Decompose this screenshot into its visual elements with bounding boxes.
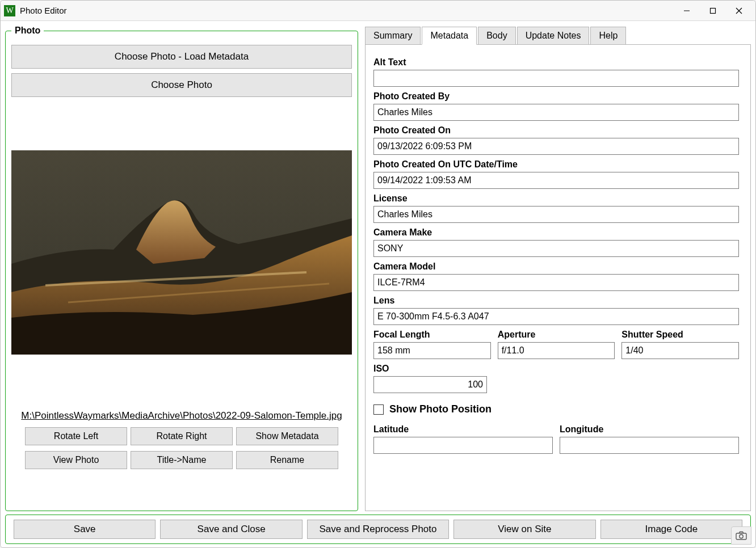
save-close-button[interactable]: Save and Close xyxy=(160,520,302,539)
show-position-label: Show Photo Position xyxy=(389,403,492,415)
screenshot-icon[interactable] xyxy=(731,526,751,545)
save-reprocess-button[interactable]: Save and Reprocess Photo xyxy=(307,520,449,539)
title-name-button[interactable]: Title->Name xyxy=(131,451,233,469)
choose-photo-button[interactable]: Choose Photo xyxy=(11,73,352,97)
file-path-link[interactable]: M:\PointlessWaymarks\MediaArchive\Photos… xyxy=(11,410,352,421)
tab-content: Alt Text Photo Created By Photo Created … xyxy=(365,44,751,511)
focal-length-label: Focal Length xyxy=(373,330,491,340)
longitude-input[interactable] xyxy=(560,437,739,454)
bottom-bar: Save Save and Close Save and Reprocess P… xyxy=(5,515,751,544)
app-icon: W xyxy=(4,5,15,16)
client-area: Photo Choose Photo - Load Metadata Choos… xyxy=(1,21,755,547)
camera-icon xyxy=(736,531,747,540)
longitude-label: Longitude xyxy=(560,424,739,435)
lat-lon-row: Latitude Longitude xyxy=(373,420,739,454)
close-button[interactable] xyxy=(726,2,752,19)
show-metadata-button[interactable]: Show Metadata xyxy=(236,427,338,445)
maximize-button[interactable] xyxy=(700,2,726,19)
shutter-speed-input[interactable] xyxy=(621,342,739,359)
created-on-label: Photo Created On xyxy=(373,125,739,136)
aperture-input[interactable] xyxy=(498,342,615,359)
photo-buttons-row-1: Rotate Left Rotate Right Show Metadata xyxy=(11,427,352,445)
focal-length-input[interactable] xyxy=(373,342,491,359)
tab-update-notes[interactable]: Update Notes xyxy=(517,27,590,45)
app-window: W Photo Editor Photo Choose Photo - Load… xyxy=(0,0,756,548)
tab-summary[interactable]: Summary xyxy=(365,27,421,45)
license-input[interactable] xyxy=(373,206,739,223)
show-position-checkbox[interactable] xyxy=(373,404,384,415)
alt-text-label: Alt Text xyxy=(373,57,739,68)
latitude-label: Latitude xyxy=(373,424,553,435)
choose-photo-load-button[interactable]: Choose Photo - Load Metadata xyxy=(11,45,352,69)
photo-preview xyxy=(11,150,352,355)
created-by-input[interactable] xyxy=(373,104,739,121)
image-code-button[interactable]: Image Code xyxy=(600,520,742,539)
aperture-label: Aperture xyxy=(498,330,615,340)
svg-point-6 xyxy=(740,534,743,538)
view-on-site-button[interactable]: View on Site xyxy=(453,520,595,539)
show-position-row: Show Photo Position xyxy=(373,403,739,415)
lens-label: Lens xyxy=(373,296,739,306)
save-button[interactable]: Save xyxy=(14,520,156,539)
shutter-speed-label: Shutter Speed xyxy=(621,330,739,340)
created-on-utc-input[interactable] xyxy=(373,172,739,189)
window-title: Photo Editor xyxy=(20,6,67,15)
camera-make-label: Camera Make xyxy=(373,227,739,238)
minimize-button[interactable] xyxy=(674,2,700,19)
photo-panel: Photo Choose Photo - Load Metadata Choos… xyxy=(5,26,358,511)
camera-model-label: Camera Model xyxy=(373,262,739,272)
rename-button[interactable]: Rename xyxy=(236,451,338,469)
created-on-utc-label: Photo Created On UTC Date/Time xyxy=(373,159,739,170)
exposure-row: Focal Length Aperture Shutter Speed xyxy=(373,325,739,359)
created-on-input[interactable] xyxy=(373,138,739,155)
photo-legend: Photo xyxy=(11,26,44,36)
metadata-scroll[interactable]: Alt Text Photo Created By Photo Created … xyxy=(366,45,750,511)
created-by-label: Photo Created By xyxy=(373,91,739,102)
tab-body[interactable]: Body xyxy=(478,27,515,45)
iso-label: ISO xyxy=(373,364,739,374)
alt-text-input[interactable] xyxy=(373,70,739,87)
rotate-left-button[interactable]: Rotate Left xyxy=(25,427,127,445)
license-label: License xyxy=(373,193,739,204)
tab-strip: Summary Metadata Body Update Notes Help xyxy=(365,26,751,45)
close-icon xyxy=(736,7,742,14)
latitude-input[interactable] xyxy=(373,437,553,454)
iso-input[interactable] xyxy=(373,376,487,393)
tab-metadata[interactable]: Metadata xyxy=(422,27,477,45)
view-photo-button[interactable]: View Photo xyxy=(25,451,127,469)
window-controls xyxy=(674,2,752,19)
rotate-right-button[interactable]: Rotate Right xyxy=(131,427,233,445)
titlebar: W Photo Editor xyxy=(1,1,755,21)
photo-buttons-row-2: View Photo Title->Name Rename xyxy=(11,451,352,469)
camera-model-input[interactable] xyxy=(373,274,739,291)
tab-help[interactable]: Help xyxy=(590,27,626,45)
svg-rect-1 xyxy=(711,8,716,13)
lens-input[interactable] xyxy=(373,308,739,325)
main-row: Photo Choose Photo - Load Metadata Choos… xyxy=(5,26,751,511)
right-pane: Summary Metadata Body Update Notes Help … xyxy=(365,26,751,511)
photo-preview-image xyxy=(11,150,352,355)
minimize-icon xyxy=(683,7,690,14)
maximize-icon xyxy=(709,7,716,14)
camera-make-input[interactable] xyxy=(373,240,739,257)
